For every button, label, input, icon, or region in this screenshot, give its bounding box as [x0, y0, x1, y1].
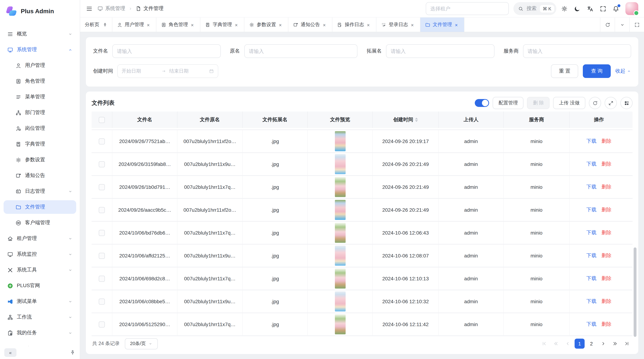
sidebar-item[interactable]: 概览 [4, 27, 76, 41]
sidebar-item[interactable]: 我的任务 [4, 326, 76, 340]
delete-link[interactable]: 删除 [602, 184, 612, 190]
tab-close-icon[interactable]: × [279, 22, 283, 27]
row-checkbox[interactable] [99, 207, 105, 213]
tab-close-icon[interactable]: × [235, 22, 239, 27]
pager-nav-button[interactable] [563, 339, 573, 349]
page-tab[interactable]: 文件管理 × [420, 17, 464, 32]
date-range-picker[interactable]: 开始日期 结束日期 [117, 64, 218, 78]
tenant-select[interactable] [426, 2, 508, 15]
sidebar-item[interactable]: 租户管理 [4, 232, 76, 245]
row-checkbox[interactable] [99, 138, 105, 144]
fullscreen-icon[interactable] [600, 5, 606, 12]
notifications-bell-icon[interactable] [612, 5, 619, 12]
pager-nav-button[interactable] [598, 339, 608, 349]
delete-link[interactable]: 删除 [602, 207, 612, 213]
delete-link[interactable]: 删除 [602, 138, 612, 144]
user-avatar[interactable] [626, 2, 638, 15]
pager-nav-button[interactable] [622, 339, 632, 349]
delete-link[interactable]: 删除 [602, 275, 612, 282]
download-link[interactable]: 下载 [586, 321, 596, 328]
row-checkbox[interactable] [99, 184, 105, 190]
delete-link[interactable]: 删除 [602, 230, 612, 236]
page-tab[interactable]: 操作日志 × [332, 17, 376, 32]
column-header[interactable]: 创建时间 [373, 112, 439, 128]
tab-close-icon[interactable]: × [147, 22, 151, 27]
row-checkbox[interactable] [99, 230, 105, 236]
page-tab[interactable]: 分析页 × [80, 17, 112, 32]
dark-mode-moon-icon[interactable] [574, 5, 581, 12]
tab-close-icon[interactable]: × [411, 22, 415, 27]
sidebar-item[interactable]: 通知公告 [4, 169, 76, 182]
sidebar-item[interactable]: 菜单管理 [4, 90, 76, 104]
download-link[interactable]: 下载 [586, 230, 596, 236]
sidebar-item[interactable]: 日志管理 [4, 185, 76, 198]
filter-input[interactable] [386, 44, 494, 58]
preview-image[interactable] [335, 269, 346, 289]
column-header[interactable]: 文件预览 [308, 112, 373, 128]
content-fullscreen-button[interactable] [629, 17, 644, 32]
preview-image[interactable] [335, 177, 346, 197]
sidebar-item[interactable]: 角色管理 [4, 74, 76, 88]
tab-close-icon[interactable]: × [367, 22, 371, 27]
date-end-placeholder[interactable]: 结束日期 [169, 68, 206, 74]
tab-close-icon[interactable]: × [323, 22, 327, 27]
tenant-select-input[interactable] [426, 2, 508, 15]
preview-image[interactable] [335, 200, 346, 220]
filter-input[interactable] [244, 44, 358, 58]
pager-nav-button[interactable] [539, 339, 549, 349]
pager-nav-button[interactable] [610, 339, 620, 349]
table-scrollbar-thumb[interactable] [634, 247, 636, 337]
preview-image[interactable] [335, 131, 346, 151]
delete-button[interactable]: 删 除 [527, 97, 550, 109]
breadcrumb-item-system[interactable]: 系统管理 [97, 5, 125, 12]
tab-list-dropdown-button[interactable] [615, 17, 629, 32]
config-manage-button[interactable]: 配置管理 [493, 97, 524, 109]
language-translate-icon[interactable] [587, 5, 594, 12]
column-header[interactable]: 服务商 [504, 112, 570, 128]
sidebar-item[interactable]: 文件管理 [4, 200, 76, 214]
tab-refresh-button[interactable] [600, 17, 615, 32]
sort-icon[interactable] [415, 118, 418, 122]
filter-input[interactable] [523, 44, 631, 58]
pin-sidebar-icon[interactable] [70, 350, 76, 356]
query-button[interactable]: 查 询 [583, 64, 611, 78]
preview-image[interactable] [335, 291, 346, 312]
column-header[interactable]: 上传人 [439, 112, 504, 128]
tab-pin-icon[interactable] [102, 22, 107, 27]
column-header[interactable]: 文件原名 [178, 112, 242, 128]
hamburger-menu-icon[interactable] [86, 5, 93, 12]
download-link[interactable]: 下载 [586, 161, 596, 167]
row-checkbox[interactable] [99, 253, 105, 259]
select-all-checkbox[interactable] [99, 117, 105, 123]
global-search[interactable]: 搜索 ⌘ K [513, 2, 556, 15]
preview-image[interactable] [335, 154, 346, 174]
upload-button[interactable]: 上传 没做 [553, 97, 585, 109]
download-link[interactable]: 下载 [586, 184, 596, 190]
table-refresh-button[interactable] [589, 97, 601, 109]
preview-image[interactable] [335, 246, 346, 266]
pager-nav-button[interactable] [551, 339, 561, 349]
breadcrumb-item-files[interactable]: 文件管理 [136, 5, 164, 12]
page-number-button[interactable]: 2 [586, 339, 596, 349]
collapse-filters-link[interactable]: 收起 [616, 68, 631, 74]
row-checkbox[interactable] [99, 298, 105, 305]
sidebar-item[interactable]: 用户管理 [4, 59, 76, 72]
sidebar-collapse-button[interactable]: « [4, 348, 16, 357]
table-fullscreen-button[interactable] [605, 97, 617, 109]
settings-gear-icon[interactable] [561, 5, 568, 12]
tab-close-icon[interactable]: × [455, 22, 459, 27]
sidebar-item[interactable]: 系统管理 [4, 43, 76, 56]
tab-close-icon[interactable]: × [191, 22, 195, 27]
preview-image[interactable] [335, 314, 346, 334]
filter-input[interactable] [112, 44, 220, 58]
preview-image[interactable] [335, 223, 346, 243]
sidebar-item[interactable]: 岗位管理 [4, 122, 76, 135]
page-tab[interactable]: 参数设置 × [244, 17, 288, 32]
page-number-button[interactable]: 1 [574, 339, 584, 349]
page-tab[interactable]: 角色管理 × [156, 17, 200, 32]
sidebar-item[interactable]: 客户端管理 [4, 216, 76, 230]
sidebar-item[interactable]: 工作流 [4, 310, 76, 324]
page-tab[interactable]: 登录日志 × [376, 17, 420, 32]
column-header[interactable]: 操作 [570, 112, 628, 128]
delete-link[interactable]: 删除 [602, 252, 612, 259]
